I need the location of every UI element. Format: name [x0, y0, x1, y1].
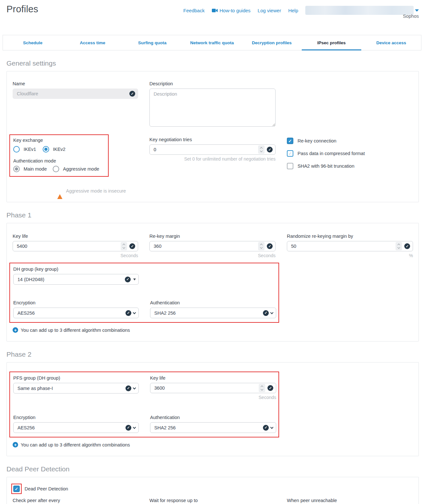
check-peer-label: Check peer after every	[13, 498, 138, 503]
phase1-add-note: You can add up to 3 different algorithm …	[21, 328, 130, 333]
ikev2-label: IKEv2	[53, 147, 66, 152]
dpd-checkbox-label: Dead Peer Detection	[25, 486, 68, 491]
randomize-input[interactable]: 50 ✓	[287, 241, 413, 251]
phase2-authentication-field-group: Authentication SHA2 256 ✓	[150, 415, 276, 433]
key-life-input[interactable]: 5400 ✓	[13, 241, 138, 251]
randomize-field-group: Randomize re-keying margin by 50 ✓ %	[287, 234, 413, 258]
phase2-add-note: You can add up to 3 different algorithm …	[21, 442, 130, 447]
number-stepper[interactable]	[121, 242, 127, 250]
tab-device-access[interactable]: Device access	[361, 35, 421, 50]
tab-decryption-profiles[interactable]: Decryption profiles	[242, 35, 302, 50]
valid-check-icon: ✓	[267, 147, 273, 152]
dpd-enable-option[interactable]: ✓ Dead Peer Detection	[13, 485, 413, 493]
key-life-field-group: Key life 5400 ✓ Seconds	[13, 234, 138, 258]
randomize-value: 50	[291, 244, 296, 249]
phase2-key-life-input[interactable]: 3600 ✓	[150, 383, 276, 393]
encryption-label: Encryption	[13, 415, 139, 420]
pfs-group-field-group: PFS group (DH group) Same as phase-I ✓	[13, 375, 139, 394]
radio-ikev2[interactable]: IKEv2	[43, 146, 66, 152]
authentication-label: Authentication	[150, 300, 276, 305]
dpd-checkbox-annotation-box: ✓	[11, 484, 22, 494]
tab-access-time[interactable]: Access time	[63, 35, 123, 50]
rekey-margin-unit: Seconds	[149, 253, 276, 258]
radio-icon-main-mode	[13, 166, 20, 172]
add-icon[interactable]: +	[13, 327, 18, 333]
sha2-truncation-option: ✓ SHA2 with 96-bit truncation	[287, 163, 413, 169]
tab-bar: Schedule Access time Surfing quota Netwo…	[3, 35, 421, 50]
log-viewer-link[interactable]: Log viewer	[258, 8, 281, 13]
page-title: Profiles	[6, 4, 38, 15]
check-peer-field-group: Check peer after every 30 ✓ Seconds	[13, 498, 138, 504]
chevron-down-icon	[133, 386, 136, 389]
dh-group-select[interactable]: 14 (DH2048) ✓	[13, 274, 139, 285]
brand-label: Sophos	[403, 14, 419, 19]
key-life-value: 5400	[17, 244, 27, 249]
chevron-down-icon	[270, 425, 274, 429]
rekey-margin-input[interactable]: 360 ✓	[149, 241, 276, 251]
radio-ikev1[interactable]: IKEv1	[13, 146, 36, 152]
key-life-unit: Seconds	[13, 253, 138, 258]
dpd-heading: Dead Peer Detection	[6, 465, 424, 473]
randomize-label: Randomize re-keying margin by	[287, 234, 413, 239]
checkbox-dead-peer-detection[interactable]: ✓	[13, 486, 20, 492]
top-bar: Profiles Feedback How-to guides Log view…	[0, 0, 424, 35]
help-link[interactable]: Help	[288, 8, 298, 13]
number-stepper[interactable]	[258, 145, 265, 154]
key-life-label: Key life	[13, 234, 138, 239]
radio-main-mode: Main mode	[13, 166, 47, 172]
pfs-group-select[interactable]: Same as phase-I ✓	[13, 383, 139, 394]
phase1-authentication-field-group: Authentication SHA2 256 ✓	[150, 300, 276, 318]
wait-response-label: Wait for response up to	[149, 498, 276, 503]
tab-network-traffic-quota[interactable]: Network traffic quota	[182, 35, 242, 50]
rekey-connection-option[interactable]: ✓ Re-key connection	[287, 138, 413, 144]
key-negotiation-label: Key negotiation tries	[149, 137, 276, 142]
key-negotiation-helper: Set 0 for unlimited number of negotiatio…	[149, 156, 276, 162]
valid-check-icon: ✓	[267, 385, 273, 391]
checkbox-compressed-format[interactable]: ✓	[287, 150, 293, 157]
phase2-encryption-select[interactable]: AES256 ✓	[13, 422, 139, 433]
account-name-redacted	[305, 6, 414, 15]
add-icon[interactable]: +	[13, 442, 18, 447]
phase1-add-combination[interactable]: + You can add up to 3 different algorith…	[13, 327, 413, 333]
chevron-down-icon	[133, 425, 136, 429]
checkbox-rekey-connection[interactable]: ✓	[287, 138, 293, 144]
compressed-format-option[interactable]: ✓ Pass data in compressed format	[287, 150, 413, 157]
phase2-card: PFS group (DH group) Same as phase-I ✓ K…	[6, 362, 419, 456]
aggressive-warning-text: Aggressive mode is insecure	[66, 188, 126, 194]
tab-surfing-quota[interactable]: Surfing quota	[122, 35, 182, 50]
rekey-connection-label: Re-key connection	[298, 138, 336, 143]
howto-guides-link[interactable]: How-to guides	[212, 8, 251, 13]
tab-schedule[interactable]: Schedule	[3, 35, 63, 50]
feedback-link[interactable]: Feedback	[183, 8, 205, 13]
tab-ipsec-profiles[interactable]: IPsec profiles	[302, 35, 362, 50]
authentication-label: Authentication	[150, 415, 276, 420]
rekey-margin-label: Re-key margin	[149, 234, 276, 239]
number-stepper[interactable]	[396, 242, 402, 250]
description-textarea[interactable]	[149, 89, 276, 127]
radio-icon-ikev1[interactable]	[13, 146, 20, 152]
authentication-value: SHA2 256	[154, 310, 176, 316]
encryption-value: AES256	[17, 310, 35, 316]
phase2-add-combination[interactable]: + You can add up to 3 different algorith…	[13, 442, 413, 447]
sha2-truncation-label: SHA2 with 96-bit truncation	[298, 163, 354, 169]
checkbox-sha2-truncation: ✓	[287, 163, 293, 169]
description-label: Description	[149, 81, 276, 86]
aggressive-mode-label: Aggressive mode	[63, 166, 99, 172]
phase1-encryption-select[interactable]: AES256 ✓	[13, 308, 139, 318]
account-menu[interactable]	[305, 6, 419, 15]
phase1-authentication-select[interactable]: SHA2 256 ✓	[150, 308, 276, 318]
number-stepper[interactable]	[259, 384, 265, 392]
name-label: Name	[13, 81, 138, 86]
number-stepper[interactable]	[258, 242, 265, 250]
phase2-authentication-select[interactable]: SHA2 256 ✓	[150, 422, 276, 433]
general-settings-heading: General settings	[6, 59, 424, 67]
video-camera-icon	[212, 8, 218, 13]
valid-check-icon: ✓	[125, 277, 131, 282]
phase2-encryption-field-group: Encryption AES256 ✓	[13, 415, 139, 433]
valid-check-icon: ✓	[125, 310, 131, 316]
dh-group-value: 14 (DH2048)	[17, 277, 44, 282]
radio-icon-ikev2[interactable]	[43, 146, 49, 152]
key-negotiation-input[interactable]: 0 ✓	[149, 144, 276, 155]
phase2-algorithms-annotation-box: PFS group (DH group) Same as phase-I ✓ K…	[9, 372, 279, 437]
phase2-key-life-label: Key life	[150, 375, 276, 381]
